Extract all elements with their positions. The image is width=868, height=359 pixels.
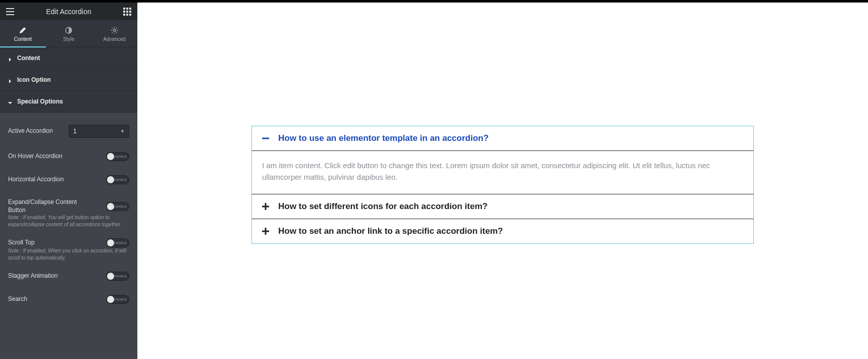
apps-grid-icon[interactable]	[122, 7, 132, 17]
section-special-options-label: Special Options	[17, 98, 63, 105]
section-icon-option-label: Icon Option	[17, 76, 51, 83]
svg-rect-4	[126, 11, 128, 13]
svg-rect-7	[126, 14, 128, 16]
svg-rect-6	[123, 14, 125, 16]
stagger-toggle[interactable]: DISABLE	[106, 272, 129, 281]
tab-advanced[interactable]: Advanced	[91, 20, 137, 47]
search-label: Search	[8, 295, 27, 303]
toggle-knob	[107, 153, 114, 160]
svg-rect-2	[129, 8, 131, 10]
chevron-down-icon: ▼	[120, 129, 125, 134]
control-active-accordion: Active Accordion 1 ▼	[8, 118, 129, 145]
tab-content-label: Content	[14, 36, 32, 42]
toggle-state-label: DISABLE	[113, 298, 127, 301]
on-hover-label: On Hover Accordion	[8, 152, 62, 161]
section-content-label: Content	[17, 55, 40, 62]
horizontal-toggle[interactable]: DISABLE	[106, 175, 129, 184]
tab-style[interactable]: Style	[46, 20, 92, 47]
toggle-state-label: DISABLE	[113, 178, 127, 181]
editor-tabs: Content Style Advanced	[0, 20, 137, 47]
scroll-top-note: Note : If enabled, When you click on acc…	[8, 247, 129, 262]
tab-advanced-label: Advanced	[103, 36, 125, 42]
section-special-options[interactable]: Special Options	[0, 91, 137, 113]
sidebar-header: Edit Accordion	[0, 3, 137, 20]
toggle-state-label: DISABLE	[113, 275, 127, 278]
expand-collapse-toggle[interactable]: DISABLE	[106, 202, 129, 211]
active-accordion-select[interactable]: 1 ▼	[69, 125, 129, 138]
toggle-state-label: DISABLE	[113, 241, 127, 244]
control-search: Search DISABLE	[8, 288, 129, 311]
stagger-label: Stagger Animation	[8, 272, 58, 280]
accordion-widget[interactable]: How to use an elementor template in an a…	[251, 126, 754, 244]
toggle-knob	[107, 296, 114, 303]
toggle-knob	[107, 176, 114, 183]
minus-icon	[261, 134, 270, 143]
gear-icon	[111, 26, 119, 34]
accordion-item: How to set an anchor link to a specific …	[252, 219, 753, 243]
chevron-right-icon	[8, 56, 12, 60]
toggle-state-label: DISABLE	[113, 205, 127, 208]
plus-icon	[261, 227, 270, 236]
horizontal-label: Horizontal Accordion	[8, 176, 64, 184]
section-icon-option[interactable]: Icon Option	[0, 69, 137, 91]
active-accordion-value: 1	[73, 128, 77, 135]
tab-content[interactable]: Content	[0, 20, 46, 47]
accordion-title: How to use an elementor template in an a…	[278, 133, 489, 143]
scroll-top-toggle[interactable]: DISABLE	[106, 238, 129, 247]
accordion-header[interactable]: How to use an elementor template in an a…	[252, 126, 753, 151]
accordion-item: How to use an elementor template in an a…	[252, 126, 753, 194]
editor-sidebar: Edit Accordion Content Style A	[0, 3, 137, 359]
on-hover-toggle[interactable]: DISABLE	[106, 152, 129, 161]
accordion-title: How to set different icons for each acco…	[278, 201, 488, 212]
svg-rect-0	[123, 8, 125, 10]
toggle-knob	[107, 203, 114, 210]
tab-style-label: Style	[63, 36, 74, 42]
svg-rect-5	[129, 11, 131, 13]
accordion-header[interactable]: How to set an anchor link to a specific …	[252, 219, 753, 243]
section-content[interactable]: Content	[0, 47, 137, 69]
plus-icon	[261, 202, 270, 211]
search-toggle[interactable]: DISABLE	[106, 295, 129, 304]
chevron-down-icon	[8, 99, 12, 104]
preview-canvas[interactable]: How to use an elementor template in an a…	[137, 3, 868, 359]
accordion-item: How to set different icons for each acco…	[252, 194, 753, 219]
expand-collapse-note: Note : If enabled, You will get button o…	[8, 214, 129, 228]
menu-icon[interactable]	[5, 7, 15, 17]
svg-rect-1	[126, 8, 128, 10]
accordion-header[interactable]: How to set different icons for each acco…	[252, 194, 753, 219]
control-stagger: Stagger Animation DISABLE	[8, 265, 129, 288]
toggle-knob	[107, 273, 114, 280]
pencil-icon	[19, 26, 27, 34]
sidebar-scroll[interactable]: Content Icon Option Special Options Acti…	[0, 47, 137, 359]
scroll-top-label: Scroll Top	[8, 239, 34, 247]
svg-point-10	[113, 29, 116, 32]
control-on-hover: On Hover Accordion DISABLE	[8, 145, 129, 168]
svg-rect-3	[123, 11, 125, 13]
chevron-right-icon	[8, 78, 12, 82]
special-options-controls: Active Accordion 1 ▼ On Hover Accordion …	[0, 113, 137, 321]
accordion-content: I am item content. Click edit button to …	[252, 151, 753, 194]
contrast-icon	[65, 26, 73, 34]
toggle-state-label: DISABLE	[113, 155, 127, 158]
svg-rect-8	[129, 14, 131, 16]
control-horizontal: Horizontal Accordion DISABLE	[8, 168, 129, 191]
accordion-title: How to set an anchor link to a specific …	[278, 226, 503, 236]
control-expand-collapse: Expand/Collapse Content Button DISABLE	[8, 191, 129, 217]
active-accordion-label: Active Accordion	[8, 127, 53, 135]
panel-title: Edit Accordion	[46, 8, 91, 16]
expand-collapse-label: Expand/Collapse Content Button	[8, 198, 84, 214]
toggle-knob	[107, 239, 114, 246]
